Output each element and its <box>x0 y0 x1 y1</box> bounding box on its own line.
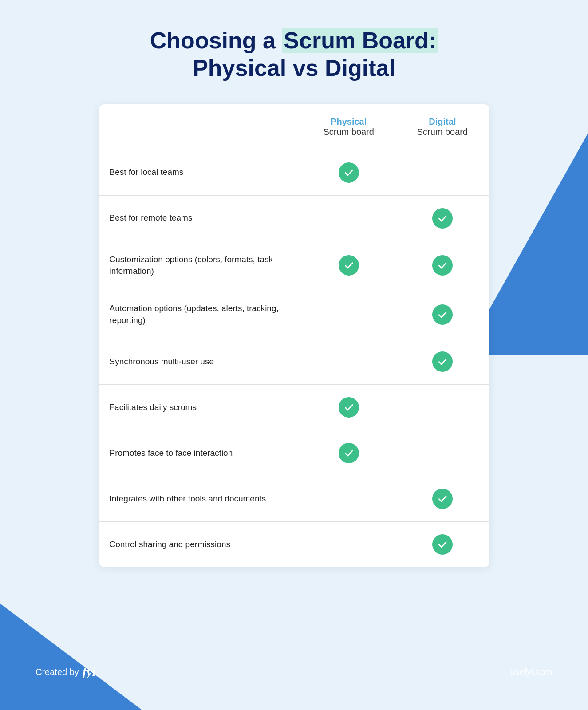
table-row: Customization options (colors, formats, … <box>99 241 489 290</box>
table-row: Control sharing and permissions <box>99 522 489 568</box>
table-row: Best for remote teams <box>99 195 489 241</box>
title-area: Choosing a Scrum Board: Physical vs Digi… <box>150 27 438 82</box>
title-line1: Choosing a Scrum Board: <box>150 27 438 54</box>
feature-column-header <box>99 104 302 150</box>
digital-cell <box>395 290 489 339</box>
check-icon <box>339 443 359 463</box>
physical-cell <box>302 430 395 476</box>
table-header-row: Physical Scrum board Digital Scrum board <box>99 104 489 150</box>
title-highlight: Scrum Board: <box>282 28 438 53</box>
digital-cell <box>395 522 489 568</box>
feature-cell: Control sharing and permissions <box>99 522 302 568</box>
physical-cell <box>302 150 395 195</box>
feature-cell: Integrates with other tools and document… <box>99 476 302 522</box>
digital-sub: Scrum board <box>417 127 468 137</box>
table-row: Facilitates daily scrums <box>99 385 489 430</box>
physical-cell <box>302 476 395 522</box>
physical-cell <box>302 290 395 339</box>
digital-label: Digital <box>429 117 456 126</box>
table-row: Promotes face to face interaction <box>99 430 489 476</box>
digital-column-header: Digital Scrum board <box>395 104 489 150</box>
digital-cell <box>395 339 489 385</box>
check-icon <box>432 255 453 276</box>
digital-cell <box>395 150 489 195</box>
feature-cell: Synchronous multi-user use <box>99 339 302 385</box>
footer-left: Created by fyi <box>36 665 95 679</box>
physical-cell <box>302 195 395 241</box>
check-icon <box>339 162 359 183</box>
digital-cell <box>395 385 489 430</box>
check-icon <box>339 397 359 418</box>
digital-cell <box>395 241 489 290</box>
digital-cell <box>395 476 489 522</box>
table-row: Best for local teams <box>99 150 489 195</box>
check-icon <box>339 255 359 276</box>
comparison-table: Physical Scrum board Digital Scrum board… <box>99 104 489 567</box>
physical-sub: Scrum board <box>323 127 374 137</box>
table-row: Synchronous multi-user use <box>99 339 489 385</box>
physical-label: Physical <box>331 117 367 126</box>
page-container: Choosing a Scrum Board: Physical vs Digi… <box>0 0 588 710</box>
digital-cell <box>395 195 489 241</box>
title-line2: Physical vs Digital <box>150 54 438 82</box>
physical-cell <box>302 385 395 430</box>
check-icon <box>432 534 453 555</box>
physical-cell <box>302 241 395 290</box>
table-row: Automation options (updates, alerts, tra… <box>99 290 489 339</box>
feature-cell: Best for remote teams <box>99 195 302 241</box>
table-row: Integrates with other tools and document… <box>99 476 489 522</box>
fyi-logo: fyi <box>83 665 96 679</box>
physical-cell <box>302 522 395 568</box>
feature-cell: Best for local teams <box>99 150 302 195</box>
created-by-label: Created by <box>36 667 79 677</box>
website-url: usefyi.com <box>510 667 552 677</box>
physical-cell <box>302 339 395 385</box>
physical-column-header: Physical Scrum board <box>302 104 395 150</box>
feature-cell: Promotes face to face interaction <box>99 430 302 476</box>
check-icon <box>432 208 453 229</box>
feature-cell: Facilitates daily scrums <box>99 385 302 430</box>
check-icon <box>432 351 453 372</box>
digital-cell <box>395 430 489 476</box>
check-icon <box>432 304 453 325</box>
check-icon <box>432 489 453 509</box>
feature-cell: Automation options (updates, alerts, tra… <box>99 290 302 339</box>
footer: Created by fyi usefyi.com <box>36 643 552 683</box>
feature-cell: Customization options (colors, formats, … <box>99 241 302 290</box>
